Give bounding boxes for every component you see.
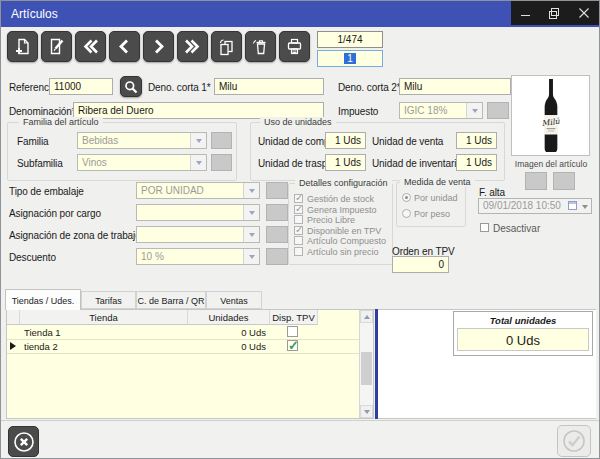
medida-group-title: Medida de venta [400,177,475,187]
next-icon [149,37,168,56]
articulo-compuesto-checkbox[interactable] [294,236,303,245]
wine-bottle-image: Milú [535,78,567,154]
tab-tarifas[interactable]: Tarifas [81,291,136,309]
descuento-select[interactable]: 10 % [136,248,260,265]
tienda-column-header[interactable]: Tienda [20,310,188,325]
desactivar-checkbox[interactable] [480,223,489,232]
asignacion-cargo-lookup-button[interactable] [266,204,288,221]
scroll-up-button[interactable] [360,310,373,323]
descuento-label: Descuento [9,252,56,263]
bottle-label-text: Milú [541,116,561,128]
unidades-column-header[interactable]: Unidades [188,310,270,325]
next-record-button[interactable] [143,31,174,62]
previous-record-button[interactable] [109,31,140,62]
unidad-inventario-field[interactable]: 1 Uds [456,154,497,171]
minimize-button[interactable] [511,1,540,25]
referencia-field[interactable]: 11000 [49,78,113,95]
genera-impuesto-checkbox[interactable] [294,205,303,214]
new-record-button[interactable] [7,31,38,62]
record-number-value: 1 [344,53,356,64]
copy-icon [217,37,236,56]
denominacion-label: Denominación* [9,106,76,117]
tienda-cell: Tienda 1 [24,325,184,339]
asignacion-zona-label: Asignación de zona de trabajo [9,230,141,241]
impuesto-lookup-button[interactable] [487,102,509,119]
unidades-cell: 0 Uds [188,325,266,339]
asignacion-cargo-select[interactable] [136,204,260,221]
impuesto-value: IGIC 18% [404,105,447,116]
scroll-down-button[interactable] [360,405,373,418]
unidad-venta-field[interactable]: 1 Uds [456,132,497,149]
record-number-input[interactable]: 1 [317,50,383,67]
unidad-compra-field[interactable]: 1 Uds [325,132,366,149]
impuesto-select[interactable]: IGIC 18% [399,102,483,119]
edit-record-button[interactable] [41,31,72,62]
article-image: Milú [511,75,590,156]
por-unidad-label: Por unidad [414,193,458,203]
chevron-down-icon [243,183,259,198]
unidades-cell: 0 Uds [188,339,266,353]
edit-document-icon [47,37,66,56]
tab-ventas[interactable]: Ventas [206,291,262,309]
deno-corta-1-field[interactable]: Milu [214,78,324,95]
disp-tpv-checkbox[interactable] [287,340,298,351]
orden-tpv-field[interactable]: 0 [392,256,449,273]
descuento-lookup-button[interactable] [266,248,288,265]
cancel-button[interactable] [8,426,39,457]
asignacion-zona-select[interactable] [136,226,260,243]
restore-button[interactable] [540,1,569,25]
f-alta-field[interactable]: 09/01/2018 10:50 [478,198,592,214]
deno-corta-2-field[interactable]: Milu [399,78,511,95]
accept-button[interactable] [557,425,591,457]
articulo-sin-precio-checkbox[interactable] [294,247,303,256]
tipo-embalaje-value: POR UNIDAD [141,185,204,196]
referencia-search-button[interactable] [120,76,142,97]
table-scrollbar[interactable] [359,310,373,418]
minimize-icon [521,8,531,18]
chevron-down-icon [243,227,259,242]
tab-tiendas-udes[interactable]: Tiendas / Udes. [5,289,81,310]
chevron-down-icon [466,103,482,118]
image-load-button[interactable] [525,172,547,190]
precio-libre-checkbox[interactable] [294,215,303,224]
chevron-down-icon [190,133,206,148]
unidad-venta-label: Unidad de venta [372,136,443,147]
gestion-stock-checkbox[interactable] [294,194,303,203]
articles-window: Artículos [0,0,600,459]
disponible-tpv-label: Disponible en TPV [307,226,381,236]
gestion-stock-label: Gestión de stock [307,194,374,204]
asignacion-cargo-label: Asignación por cargo [9,208,101,219]
print-button[interactable] [279,31,310,62]
descuento-value: 10 % [141,251,164,262]
image-clear-button[interactable] [553,172,575,190]
total-unidades-title: Total unidades [453,315,593,326]
total-unidades-value: 0 Uds [457,328,589,351]
subfamilia-select[interactable]: Vinos [77,154,207,171]
close-window-button[interactable] [570,1,599,25]
row-selector-header [7,310,20,325]
por-peso-radio[interactable] [402,209,411,218]
deno-corta-1-label: Deno. corta 1* [148,82,211,93]
scrollbar-thumb[interactable] [361,352,372,385]
disponible-tpv-checkbox[interactable] [294,226,303,235]
delete-record-button[interactable] [245,31,276,62]
tipo-embalaje-lookup-button[interactable] [266,182,288,199]
new-document-icon [13,37,32,56]
subfamilia-lookup-button[interactable] [211,154,232,171]
tab-codigo-barra-qr[interactable]: C. de Barra / QR [136,291,206,309]
copy-record-button[interactable] [211,31,242,62]
first-record-button[interactable] [75,31,106,62]
detalles-group-title: Detalles configuración [295,178,392,188]
last-record-button[interactable] [177,31,208,62]
image-caption: Imagen del artículo [506,159,596,169]
row-divider [7,353,360,354]
current-row-marker [10,328,16,336]
asignacion-zona-lookup-button[interactable] [266,226,288,243]
familia-lookup-button[interactable] [211,132,232,149]
disp-tpv-checkbox[interactable] [287,326,298,337]
por-unidad-radio[interactable] [402,193,411,202]
unidad-traspaso-field[interactable]: 1 Uds [325,154,366,171]
tipo-embalaje-select[interactable]: POR UNIDAD [136,182,260,199]
familia-select[interactable]: Bebidas [77,132,207,149]
disp-tpv-column-header[interactable]: Disp. TPV [270,310,318,325]
